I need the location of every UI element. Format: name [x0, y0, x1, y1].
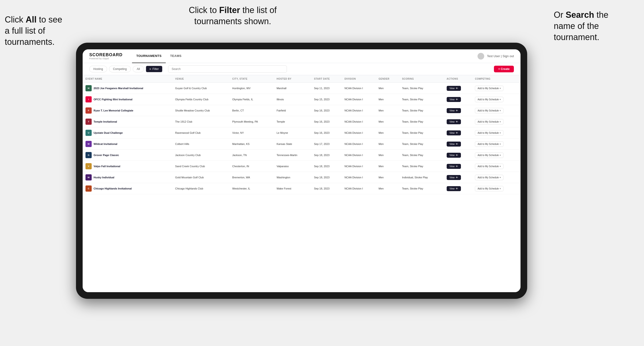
team-logo: G: [86, 152, 92, 158]
team-logo: W: [86, 141, 92, 147]
view-button[interactable]: View 👁: [447, 164, 461, 169]
create-button[interactable]: + Create: [494, 66, 514, 72]
view-label: View: [450, 143, 455, 145]
add-to-schedule-button[interactable]: Add to My Schedule +: [475, 186, 504, 191]
eye-icon: 👁: [456, 176, 458, 179]
add-to-schedule-button[interactable]: Add to My Schedule +: [475, 175, 504, 180]
add-sched-label: Add to My Schedule +: [478, 121, 501, 123]
event-name-text: Wildcat Invitational: [94, 143, 117, 145]
view-button[interactable]: View 👁: [447, 97, 461, 102]
cell-actions: View 👁: [444, 150, 472, 161]
table-row: U Upstate Dual Challenge Ravenwood Golf …: [83, 127, 520, 139]
cell-city-state: Victor, NY: [230, 127, 274, 139]
cell-start-date: Sep 18, 2023: [311, 150, 342, 161]
cell-scoring: Team, Stroke Play: [399, 161, 444, 172]
search-input-wrap: [168, 65, 287, 73]
add-to-schedule-button[interactable]: Add to My Schedule +: [475, 164, 504, 169]
view-label: View: [450, 165, 455, 168]
col-gender: GENDER: [376, 75, 399, 83]
cell-event-name: F Ryan T. Lee Memorial Collegiate: [83, 105, 172, 116]
cell-actions: View 👁: [444, 116, 472, 127]
competing-button[interactable]: Competing: [109, 66, 131, 72]
cell-competing: Add to My Schedule +: [472, 83, 520, 94]
add-sched-label: Add to My Schedule +: [478, 132, 501, 134]
add-to-schedule-button[interactable]: Add to My Schedule +: [475, 141, 504, 147]
view-button[interactable]: View 👁: [447, 130, 461, 135]
view-button[interactable]: View 👁: [447, 108, 461, 113]
tablet-frame: SCOREBOARD Powered by clippd TOURNAMENTS…: [76, 43, 527, 299]
all-button[interactable]: All: [133, 66, 144, 72]
cell-actions: View 👁: [444, 183, 472, 194]
hosting-button[interactable]: Hosting: [89, 66, 107, 72]
view-label: View: [450, 98, 455, 101]
cell-city-state: Huntington, WV: [230, 83, 274, 94]
cell-division: NCAA Division I: [342, 183, 376, 194]
cell-competing: Add to My Schedule +: [472, 172, 520, 183]
add-to-schedule-button[interactable]: Add to My Schedule +: [475, 86, 504, 91]
cell-venue: Shuttle Meadow Country Club: [172, 105, 230, 116]
cell-gender: Men: [376, 94, 399, 105]
add-to-schedule-button[interactable]: Add to My Schedule +: [475, 130, 504, 136]
cell-gender: Men: [376, 161, 399, 172]
cell-hosted-by: Wake Forest: [274, 183, 311, 194]
cell-hosted-by: Marshall: [274, 83, 311, 94]
add-to-schedule-button[interactable]: Add to My Schedule +: [475, 119, 504, 125]
cell-competing: Add to My Schedule +: [472, 127, 520, 139]
cell-actions: View 👁: [444, 105, 472, 116]
cell-actions: View 👁: [444, 94, 472, 105]
event-name-text: Ryan T. Lee Memorial Collegiate: [94, 109, 134, 112]
add-to-schedule-button[interactable]: Add to My Schedule +: [475, 97, 504, 102]
cell-event-name: C Chicago Highlands Invitational: [83, 183, 172, 194]
cell-competing: Add to My Schedule +: [472, 161, 520, 172]
view-button[interactable]: View 👁: [447, 186, 461, 191]
team-logo: C: [86, 185, 92, 192]
add-sched-label: Add to My Schedule +: [478, 176, 501, 179]
event-name-text: Upstate Dual Challenge: [94, 131, 123, 134]
view-button[interactable]: View 👁: [447, 175, 461, 180]
cell-division: NCAA Division I: [342, 127, 376, 139]
cell-city-state: Berlin, CT: [230, 105, 274, 116]
search-input[interactable]: [168, 65, 287, 73]
cell-actions: View 👁: [444, 172, 472, 183]
nav-tab-teams[interactable]: TEAMS: [166, 49, 186, 63]
event-name-text: OFCC Fighting Illini Invitational: [94, 98, 132, 101]
team-logo: U: [86, 130, 92, 136]
cell-division: NCAA Division I: [342, 172, 376, 183]
cell-city-state: Manhattan, KS: [230, 139, 274, 150]
view-button[interactable]: View 👁: [447, 119, 461, 124]
view-button[interactable]: View 👁: [447, 153, 461, 158]
add-to-schedule-button[interactable]: Add to My Schedule +: [475, 153, 504, 158]
team-logo: I: [86, 96, 92, 102]
cell-event-name: W Wildcat Invitational: [83, 139, 172, 150]
cell-venue: Colbert Hills: [172, 139, 230, 150]
view-button[interactable]: View 👁: [447, 86, 461, 91]
add-sched-label: Add to My Schedule +: [478, 109, 501, 112]
eye-icon: 👁: [456, 165, 458, 168]
table-row: G Grover Page Classic Jackson Country Cl…: [83, 150, 520, 161]
tournaments-table-wrap: EVENT NAME VENUE CITY, STATE HOSTED BY S…: [83, 75, 520, 292]
user-text: Test User | Sign out: [487, 54, 514, 58]
table-row: W Wildcat Invitational Colbert Hills Man…: [83, 139, 520, 150]
cell-event-name: M 2023 Joe Feaganes Marshall Invitationa…: [83, 83, 172, 94]
cell-scoring: Team, Stroke Play: [399, 83, 444, 94]
cell-city-state: Westchester, IL: [230, 183, 274, 194]
cell-division: NCAA Division I: [342, 139, 376, 150]
cell-scoring: Team, Stroke Play: [399, 116, 444, 127]
filter-button[interactable]: ≡ Filter: [146, 66, 162, 72]
add-to-schedule-button[interactable]: Add to My Schedule +: [475, 108, 504, 113]
view-button[interactable]: View 👁: [447, 142, 461, 147]
cell-hosted-by: Valparaiso: [274, 161, 311, 172]
tournaments-table: EVENT NAME VENUE CITY, STATE HOSTED BY S…: [83, 75, 520, 194]
cell-division: NCAA Division I: [342, 94, 376, 105]
cell-competing: Add to My Schedule +: [472, 94, 520, 105]
cell-city-state: Jackson, TN: [230, 150, 274, 161]
table-row: I OFCC Fighting Illini Invitational Olym…: [83, 94, 520, 105]
nav-tab-tournaments[interactable]: TOURNAMENTS: [132, 49, 166, 63]
cell-hosted-by: Fairfield: [274, 105, 311, 116]
eye-icon: 👁: [456, 121, 458, 123]
eye-icon: 👁: [456, 98, 458, 101]
logo-text: SCOREBOARD: [89, 52, 122, 57]
col-event-name: EVENT NAME: [83, 75, 172, 83]
main-nav: TOURNAMENTS TEAMS: [132, 49, 478, 63]
col-division: DIVISION: [342, 75, 376, 83]
